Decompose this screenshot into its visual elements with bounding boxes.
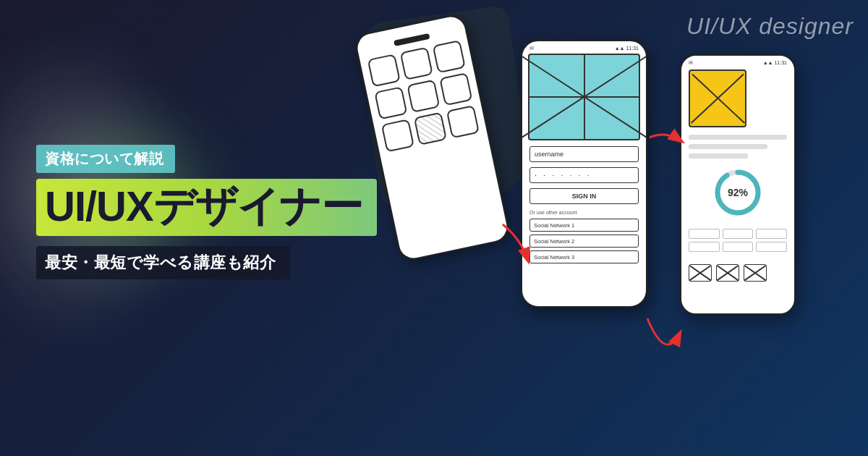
main-title: UI/UXデザイナー — [45, 185, 362, 229]
phone2-signal: ▲▲ 11:31 — [615, 46, 639, 51]
grid-icon-7 — [381, 119, 414, 152]
phone2-or-text: Or use other account — [529, 210, 639, 215]
table-cell — [723, 242, 754, 252]
line-medium-1 — [689, 144, 767, 149]
phone2-form: username · · · · · · · SIGN IN Or use ot… — [522, 146, 646, 263]
phone3-small-icon-1 — [689, 264, 712, 282]
phone2-signin-button[interactable]: SIGN IN — [529, 188, 639, 204]
grid-icon-8-highlight — [414, 112, 447, 145]
grid-icon-4 — [374, 86, 407, 119]
table-cell — [756, 242, 787, 252]
phone3-small-icon-2 — [716, 264, 739, 282]
phone2-social3: Social Network 3 — [529, 250, 639, 263]
grid-icon-3 — [433, 40, 466, 73]
phone3-status-bar: ✉ ▲▲ 11:31 — [681, 56, 794, 69]
phone3-email-icon: ✉ — [689, 60, 693, 66]
tag-line: 資格について解説 — [36, 145, 175, 173]
grid-icon-2 — [400, 47, 433, 80]
sub-line: 最安・最短で学べる講座も紹介 — [45, 252, 276, 274]
username-label: username — [535, 151, 563, 158]
phone3-table — [681, 225, 794, 258]
phone2-password-field: · · · · · · · — [529, 167, 639, 183]
phone3-icon-row — [681, 258, 794, 282]
phone2-wireframe-image — [528, 54, 640, 140]
table-row-2 — [689, 242, 787, 252]
phones-area: ✉ ▲▲ 11:31 username · · · · · · · SIGN I… — [347, 0, 868, 456]
circle-progress: 92% — [712, 167, 763, 218]
table-cell — [689, 242, 720, 252]
phone2-social2: Social Network 2 — [529, 235, 639, 248]
phone2-social1: Social Network 1 — [529, 219, 639, 232]
grid-icon-6 — [439, 72, 472, 106]
social3-label: Social Network 3 — [534, 254, 574, 261]
password-dots: · · · · · · · — [535, 171, 592, 180]
signin-label: SIGN IN — [572, 193, 597, 200]
phone1-notch — [393, 33, 430, 46]
table-cell — [689, 229, 720, 239]
progress-text: 92% — [712, 167, 763, 218]
phone2-status-bar: ✉ ▲▲ 11:31 — [522, 41, 646, 54]
social1-label: Social Network 1 — [534, 222, 574, 229]
phone2-username-field: username — [529, 146, 639, 162]
main-title-wrap: UI/UXデザイナー — [36, 179, 377, 236]
grid-icon-1 — [367, 54, 401, 87]
phone3-text-lines — [681, 135, 794, 159]
phone3-small-icon-3 — [744, 264, 767, 282]
phone3-signal: ▲▲ 11:31 — [763, 60, 787, 66]
line-full-1 — [689, 135, 787, 140]
sub-line-wrap: 最安・最短で学べる講座も紹介 — [36, 246, 290, 279]
phone1-grid — [367, 40, 480, 152]
social2-label: Social Network 2 — [534, 238, 574, 245]
phone2-email-icon: ✉ — [529, 46, 534, 51]
grid-icon-9 — [446, 105, 480, 138]
grid-icon-5 — [407, 80, 440, 113]
line-short-1 — [689, 153, 748, 159]
phone3-yellow-box — [689, 69, 746, 127]
phone3-progress-area: 92% — [681, 167, 794, 218]
phone-mockup-2: ✉ ▲▲ 11:31 username · · · · · · · SIGN I… — [521, 40, 647, 308]
table-cell — [756, 229, 787, 239]
phone-mockup-3: ✉ ▲▲ 11:31 92% — [680, 54, 796, 315]
table-cell — [723, 229, 754, 239]
table-row-1 — [689, 229, 787, 239]
text-overlay: 資格について解説 UI/UXデザイナー 最安・最短で学べる講座も紹介 — [36, 145, 377, 279]
